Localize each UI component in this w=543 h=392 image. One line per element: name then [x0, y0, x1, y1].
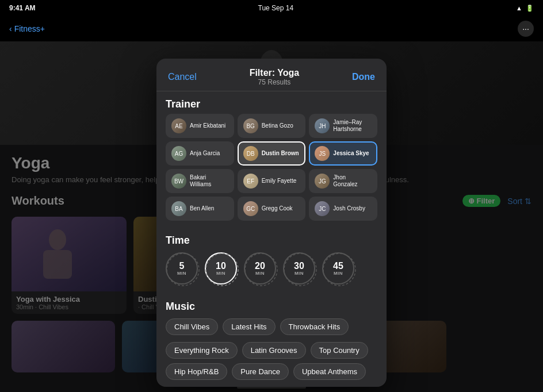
svg-point-13 — [284, 253, 316, 286]
status-time: 9:41 AM — [9, 4, 36, 12]
svg-point-14 — [323, 253, 355, 286]
trainer-section-label: Trainer — [156, 91, 387, 114]
time-5min[interactable]: 5 MIN — [166, 252, 198, 285]
filter-sheet: Cancel Filter: Yoga 75 Results Done Trai… — [156, 59, 387, 387]
trainer-name-jamie: Jamie–Ray Hartshorne — [333, 119, 372, 133]
time-circles: 5 MIN 10 MIN 20 MIN — [156, 250, 387, 287]
trainer-item-amir[interactable]: AE Amir Ekbatani — [166, 114, 234, 138]
more-button[interactable]: ··· — [518, 21, 534, 37]
trainer-name-betina: Betina Gozo — [262, 122, 293, 129]
sheet-title-area: Filter: Yoga 75 Results — [250, 68, 300, 86]
trainer-name-emily: Emily Fayette — [262, 178, 297, 185]
svg-point-11 — [206, 253, 238, 286]
time-10min[interactable]: 10 MIN — [205, 252, 237, 285]
done-button[interactable]: Done — [352, 72, 375, 82]
music-section: Music Chill Vibes Latest Hits Throwback … — [156, 291, 387, 387]
avatar-bakari: BW — [171, 174, 186, 189]
trainer-name-bakari: Bakari Williams — [190, 174, 228, 188]
music-tags-row2: Everything Rock Latin Grooves Top Countr… — [156, 340, 387, 363]
trainer-item-anja[interactable]: AG Anja Garcia — [166, 141, 234, 166]
nav-bar: ‹ Fitness+ ··· — [0, 16, 543, 41]
music-tags-row3: Hip Hop/R&B Pure Dance Upbeat Anthems — [156, 363, 387, 385]
trainer-name-ben: Ben Allen — [190, 205, 214, 212]
trainer-name-dustin: Dustin Brown — [262, 150, 299, 157]
trainer-name-amir: Amir Ekbatani — [190, 122, 225, 129]
music-section-label: Music — [156, 294, 387, 316]
avatar-betina: BG — [243, 118, 258, 133]
trainer-item-gregg[interactable]: GC Gregg Cook — [238, 197, 306, 221]
trainer-item-jhon[interactable]: JG Jhon Gonzalez — [309, 169, 377, 193]
music-tag-latin-grooves[interactable]: Latin Grooves — [242, 342, 306, 359]
trainer-item-josh[interactable]: JC Josh Crosby — [309, 197, 377, 221]
trainer-item-emily[interactable]: EF Emily Fayette — [238, 169, 306, 193]
trainer-item-jessica[interactable]: JS Jessica Skye — [309, 141, 377, 166]
status-bar: 9:41 AM Tue Sep 14 ▲ 🔋 — [0, 0, 543, 16]
avatar-emily: EF — [243, 174, 258, 189]
music-tag-top-country[interactable]: Top Country — [311, 342, 368, 359]
trainer-item-ben[interactable]: BA Ben Allen — [166, 197, 234, 221]
music-tag-throwback-hits[interactable]: Throwback Hits — [280, 318, 349, 335]
avatar-jessica: JS — [315, 146, 330, 161]
wifi-icon: ▲ — [516, 5, 522, 11]
trainer-name-anja: Anja Garcia — [190, 150, 220, 157]
trainer-grid: AE Amir Ekbatani BG Betina Gozo JH Jamie… — [156, 114, 387, 225]
sheet-results: 75 Results — [250, 78, 300, 86]
music-tag-upbeat-anthems[interactable]: Upbeat Anthems — [293, 363, 366, 380]
sheet-header: Cancel Filter: Yoga 75 Results Done — [156, 59, 387, 91]
music-tag-hip-hop[interactable]: Hip Hop/R&B — [166, 363, 227, 380]
avatar-josh: JC — [315, 201, 330, 216]
music-tag-chill-vibes[interactable]: Chill Vibes — [166, 318, 218, 335]
music-tag-everything-rock[interactable]: Everything Rock — [166, 342, 238, 359]
trainer-item-bakari[interactable]: BW Bakari Williams — [166, 169, 234, 193]
trainer-name-josh: Josh Crosby — [333, 205, 365, 212]
trainer-name-jhon: Jhon Gonzalez — [333, 174, 372, 188]
avatar-dustin: DB — [243, 146, 258, 161]
status-icons: ▲ 🔋 — [516, 5, 534, 12]
svg-point-10 — [167, 253, 199, 286]
time-30min[interactable]: 30 MIN — [283, 252, 315, 285]
trainer-item-dustin[interactable]: DB Dustin Brown — [238, 141, 306, 166]
time-45min[interactable]: 45 MIN — [322, 252, 354, 285]
trainer-item-jamie[interactable]: JH Jamie–Ray Hartshorne — [309, 114, 377, 138]
avatar-jamie: JH — [315, 118, 330, 133]
avatar-amir: AE — [171, 118, 186, 133]
trainer-item-betina[interactable]: BG Betina Gozo — [238, 114, 306, 138]
avatar-anja: AG — [171, 146, 186, 161]
time-20min[interactable]: 20 MIN — [244, 252, 276, 285]
dots-icon: ··· — [522, 24, 529, 33]
trainer-name-gregg: Gregg Cook — [262, 205, 293, 212]
chevron-left-icon: ‹ — [9, 24, 12, 33]
back-label: Fitness+ — [14, 24, 45, 33]
time-section-label: Time — [156, 228, 387, 250]
music-tag-pure-dance[interactable]: Pure Dance — [232, 363, 289, 380]
avatar-gregg: GC — [243, 201, 258, 216]
modal-overlay: Cancel Filter: Yoga 75 Results Done Trai… — [0, 41, 543, 392]
battery-icon: 🔋 — [526, 5, 534, 12]
trainer-name-jessica: Jessica Skye — [333, 150, 369, 157]
svg-point-12 — [245, 253, 277, 286]
music-tags-row1: Chill Vibes Latest Hits Throwback Hits — [156, 316, 387, 340]
avatar-jhon: JG — [315, 174, 330, 189]
avatar-ben: BA — [171, 201, 186, 216]
status-date: Tue Sep 14 — [258, 4, 294, 12]
cancel-button[interactable]: Cancel — [168, 72, 197, 82]
music-tag-latest-hits[interactable]: Latest Hits — [223, 318, 275, 335]
back-button[interactable]: ‹ Fitness+ — [9, 24, 45, 33]
sheet-title: Filter: Yoga — [250, 68, 300, 78]
time-section: Time 5 MIN 10 MIN — [156, 225, 387, 291]
